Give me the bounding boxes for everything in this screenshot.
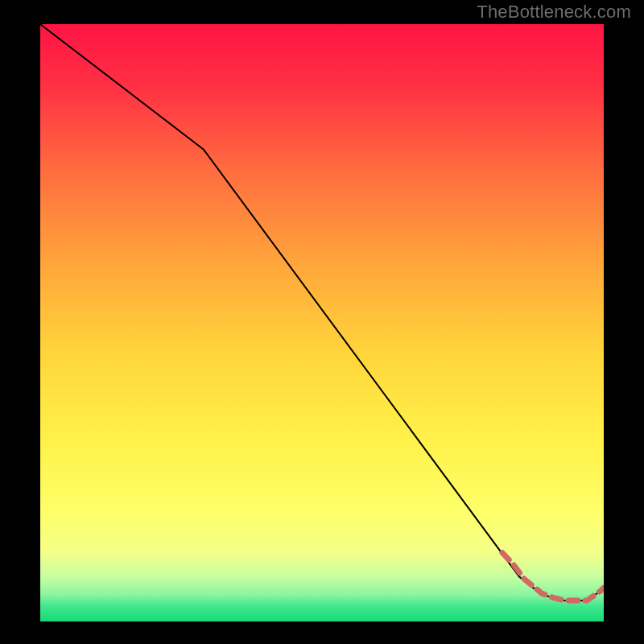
chart-frame: TheBottleneck.com (0, 0, 644, 644)
gradient-background (40, 24, 604, 621)
attribution-label: TheBottleneck.com (477, 2, 631, 23)
plot-area (40, 24, 604, 621)
chart-svg (40, 24, 604, 621)
